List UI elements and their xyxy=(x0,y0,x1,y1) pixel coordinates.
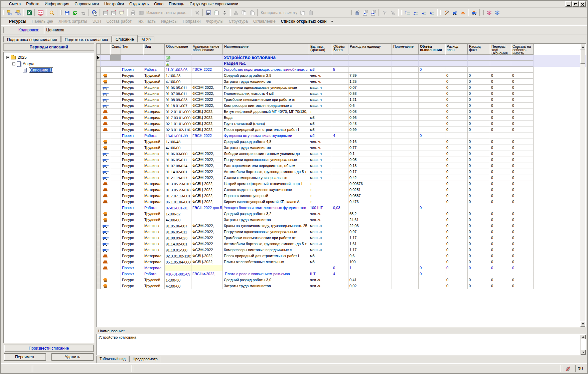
table-row[interactable]: РесурсМашины91.08.09-023ФСЭМ-2022Трамбов… xyxy=(97,235,586,241)
menu-item[interactable]: Помощь xyxy=(166,1,187,7)
vertical-scrollbar[interactable] xyxy=(580,44,585,327)
chevron-down-icon[interactable] xyxy=(331,21,333,22)
tree-structure-icon[interactable] xyxy=(6,9,14,17)
menu-item[interactable]: Окно xyxy=(151,1,166,7)
doc-tab[interactable]: Списание xyxy=(112,35,138,42)
table-row[interactable]: РесурсМатериал01.3.05.23-0181ФСБЦ-2022,С… xyxy=(97,187,586,193)
table-row[interactable]: РесурсТрудовой4-100-00Затраты труда маши… xyxy=(97,79,586,85)
page-p-icon[interactable]: P8 xyxy=(361,9,369,17)
table-row[interactable]: РесурсМашины91.06.03-060ФСЭМ-2022,Лебедк… xyxy=(97,151,586,157)
toolbar-grip[interactable] xyxy=(3,27,4,33)
column-header[interactable] xyxy=(97,44,101,55)
renumber-icon[interactable]: * xyxy=(90,9,98,17)
column-header[interactable]: Спис. xyxy=(110,44,121,55)
insert-row-icon[interactable]: * xyxy=(102,9,110,17)
table-row[interactable]: РесурсМашины91.05.06-007ФСЭМ-2022,Краны … xyxy=(97,223,586,229)
doc-tab[interactable]: М-29 xyxy=(138,36,154,42)
rename-button[interactable]: Переимен. xyxy=(4,353,46,361)
scroll-down-button[interactable] xyxy=(580,321,585,327)
table-row[interactable]: РесурсТрудовой4-100-00Затраты труда маши… xyxy=(97,217,586,223)
column-header[interactable]: Объём выполнения xyxy=(419,44,445,55)
indent-first-icon[interactable] xyxy=(404,9,412,17)
table-row[interactable]: РесурсМатериал02.3.01.02-1102ФСБЦ-2022,П… xyxy=(97,127,586,133)
table-row[interactable]: Устройство котлована xyxy=(97,55,586,61)
table-row[interactable]: РесурсМашины91.06.05-011ФСЭМ-2022,Погруз… xyxy=(97,85,586,91)
table-row[interactable]: РесурсМатериал01.3.05.23-0102ФСБЦ-2022,Н… xyxy=(97,181,586,187)
produce-writeoff-button[interactable]: Произвести списание xyxy=(4,345,94,352)
table-row[interactable]: РесурсМашины91.21.19-027ФСЭМ-2022,Станки… xyxy=(97,175,586,181)
scrollbar-thumb[interactable] xyxy=(580,50,585,64)
table-row[interactable]: РесурсМашины91.14.02-001ФСЭМ-2022Автомоб… xyxy=(97,169,586,175)
tree-node[interactable]: 2025 xyxy=(6,54,27,60)
column-header[interactable]: Расход на единицу xyxy=(348,44,392,55)
column-header[interactable]: Примечание xyxy=(392,44,419,55)
doc-tab[interactable]: Подготовка к списанию xyxy=(61,36,112,42)
table-row[interactable]: РесурсМатериал01.7.03.01-0001ФСБЦ-2022,В… xyxy=(97,115,586,121)
toolbar-grip[interactable] xyxy=(440,10,441,15)
view-tab[interactable]: Предпросмотр xyxy=(129,356,161,362)
scroll-up-button[interactable] xyxy=(580,44,585,49)
delete-button[interactable]: Удалить xyxy=(51,353,94,361)
insert-child-row-icon[interactable]: * xyxy=(110,9,118,17)
ribbon-tab[interactable]: Список открытых окон xyxy=(278,19,329,24)
calculator-icon[interactable] xyxy=(204,9,212,17)
transport-resource-icon[interactable] xyxy=(470,9,478,17)
scroll-down-button[interactable] xyxy=(581,350,586,355)
table-row[interactable]: РесурсТрудовой1-100-32Средний разряд раб… xyxy=(97,211,586,217)
tree-add-icon[interactable] xyxy=(14,9,22,17)
table-row[interactable]: ПроектМатериал0100000 xyxy=(97,265,586,271)
table-row[interactable]: РесурсМашины91.14.02-001ФСЭМ-2022Автомоб… xyxy=(97,241,586,247)
column-header[interactable] xyxy=(101,44,110,55)
toolbar-grip[interactable] xyxy=(3,10,4,15)
column-header[interactable]: Наименование xyxy=(223,44,309,55)
table-row[interactable]: РесурсТрудовой1-100-48Средний разряд раб… xyxy=(97,139,586,145)
tree-node-edit[interactable]: Списание 1 xyxy=(29,67,53,73)
menu-item[interactable]: Информация xyxy=(42,1,72,7)
periods-tree[interactable]: 2025АвгустСписание 1 xyxy=(3,52,94,343)
column-header[interactable]: Обоснование xyxy=(165,44,191,55)
doc-tab[interactable]: Подготовка норм списания xyxy=(3,36,61,42)
table-row[interactable]: ПроектРабота07-01-001-01ГЭСН-2022 доп.5,… xyxy=(97,205,586,211)
outdent-icon[interactable] xyxy=(420,9,428,17)
table-row[interactable]: РесурсМатериал01.7.07.13-0011ФСБЦ-2022,П… xyxy=(97,193,586,199)
toolbar-grip[interactable] xyxy=(4,19,5,24)
refresh-icon[interactable] xyxy=(71,9,79,17)
restore-button[interactable] xyxy=(572,1,579,7)
toolbar-grip[interactable] xyxy=(4,1,5,7)
table-row[interactable]: РесурсМашины91.07.08-024ФСЭМ-2022,Раство… xyxy=(97,163,586,169)
table-row[interactable]: РесурсМашины91.06.05-011ФСЭМ-2022,Погруз… xyxy=(97,157,586,163)
table-row[interactable]: РесурсМашины91.08.09-023ФСЭМ-2022Трамбов… xyxy=(97,97,586,103)
excel-export-icon[interactable] xyxy=(25,9,33,17)
close-button[interactable] xyxy=(579,1,586,7)
table-row[interactable]: РесурсМашины91.07.08-011ФСЭМ-2022,Глином… xyxy=(97,91,586,97)
language-indicator[interactable]: RU xyxy=(575,365,585,372)
table-row[interactable]: РесурсМашины91.18.01-508ФСЭМ-2022Компрес… xyxy=(97,247,586,253)
page-pr-icon[interactable]: ПР8 xyxy=(369,9,377,17)
name-field-scrollbar[interactable] xyxy=(580,335,585,355)
table-row[interactable]: РесурсМашины91.18.01-007ФСЭМ-2022,Компре… xyxy=(97,103,586,109)
tree-node[interactable]: Август xyxy=(12,61,35,67)
comment-icon[interactable]: * xyxy=(118,9,126,17)
table-row[interactable]: ПроектРаботам10-01-001-09ГЭСНм-2022, Пла… xyxy=(97,271,586,277)
column-header[interactable]: Ед. изм. (краткая) xyxy=(309,44,332,55)
encoding-value[interactable]: Ценников xyxy=(46,28,64,32)
pdf-export-icon[interactable]: PDF xyxy=(36,9,44,17)
column-header[interactable]: Списать на себесто- имость xyxy=(511,44,534,55)
table-row[interactable]: ПроектРабота11-01-002-06ГЭСН-2022Устройс… xyxy=(97,67,586,73)
table-row[interactable]: РесурсМатериал02.1.01.01-0006ФСБЦ-2022,Г… xyxy=(97,121,586,127)
indent-up-icon[interactable] xyxy=(412,9,420,17)
spray-icon[interactable] xyxy=(353,9,361,17)
toolbar-grip[interactable] xyxy=(60,10,61,15)
column-header[interactable]: Объём Всего xyxy=(332,44,348,55)
table-row[interactable]: РесурсМатериал02.3.01.02-1102ФСБЦ-2022,П… xyxy=(97,253,586,259)
machine-resource-icon[interactable] xyxy=(451,9,459,17)
minimize-button[interactable] xyxy=(565,1,572,7)
column-header[interactable]: Тип xyxy=(121,44,143,55)
table-row[interactable]: РесурсТрудовой4-100-00Затраты труда маши… xyxy=(97,145,586,151)
column-header[interactable]: Вид xyxy=(143,44,165,55)
labor-resource-icon[interactable] xyxy=(443,9,451,17)
scroll-up-button[interactable] xyxy=(581,335,586,339)
column-header[interactable]: Перерас- ход/ Экономия xyxy=(490,44,511,55)
menu-item[interactable]: Настройки xyxy=(102,1,127,7)
layers-pink-icon[interactable] xyxy=(485,9,493,17)
